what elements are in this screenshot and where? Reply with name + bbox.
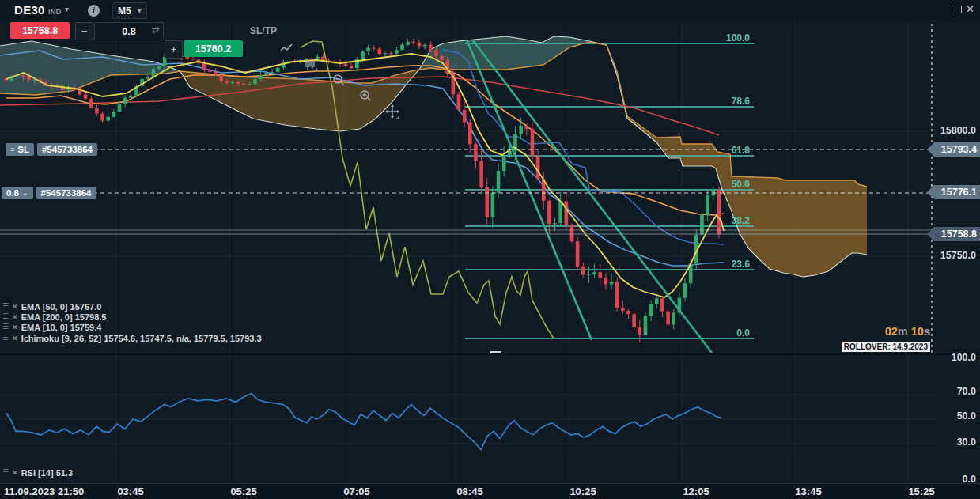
zoom-in-icon[interactable]: [358, 88, 373, 104]
timeframe-caret-icon: ▾: [138, 6, 142, 15]
legend-text: EMA [10, 0] 15759.4: [21, 323, 102, 332]
price-tick: 15800.0: [933, 125, 976, 136]
legend-row: ☰✕Ichimoku [9, 26, 52] 15754.6, 15747.5,…: [2, 333, 262, 343]
countdown-seconds: 10: [911, 325, 924, 338]
legend-text: RSI [14] 51.3: [21, 468, 73, 478]
time-tick: 08:45: [456, 486, 482, 497]
price-tick: 15750.0: [933, 250, 976, 261]
legend-close-icon[interactable]: ✕: [12, 313, 18, 321]
buy-button[interactable]: 15760.2: [184, 40, 243, 57]
trading-app-window: DE30 IND ▾ i M5 ▾ ✕ 15758.8 − 0.8 ⇄ + 15…: [0, 0, 980, 499]
candle-chart-type-icon[interactable]: [302, 56, 318, 72]
time-tick: 07:05: [343, 486, 369, 497]
time-tick: 12:05: [683, 486, 709, 497]
volume-value: 0.8: [122, 26, 135, 37]
position-entry-marker[interactable]: 0.8 ⌄ #545733864: [2, 187, 96, 199]
time-tick: 11.09.2023 21:50: [4, 486, 84, 497]
legend-text: EMA [200, 0] 15798.5: [21, 312, 107, 322]
time-tick: 03:45: [117, 486, 143, 497]
time-axis[interactable]: 11.09.2023 21:5003:4505:2507:0508:4510:2…: [0, 483, 980, 499]
volume-increase-button[interactable]: +: [165, 40, 183, 59]
time-tick: 05:25: [230, 486, 256, 497]
sl-tag-label: SL: [17, 145, 29, 154]
sltp-toggle[interactable]: SL/TP: [250, 25, 277, 36]
rsi-tick: 50.0: [933, 410, 976, 422]
line-chart-type-icon[interactable]: [278, 40, 294, 56]
drag-handle-icon: ≡: [10, 146, 14, 153]
countdown-minutes: 02: [885, 325, 898, 338]
timeframe-selector[interactable]: M5 ▾: [112, 2, 147, 19]
legend-close-icon[interactable]: ✕: [12, 335, 18, 342]
time-tick: 13:45: [795, 486, 821, 497]
legend-settings-icon[interactable]: ☰: [2, 302, 9, 311]
trade-toolbar: 15758.8 − 0.8 ⇄ + 15760.2 SL/TP: [0, 22, 554, 40]
fib-label: 0.0: [702, 327, 750, 338]
legend-text: Ichimoku [9, 26, 52] 15754.6, 15747.5, n…: [21, 334, 262, 343]
sell-button[interactable]: 15758.8: [10, 22, 70, 39]
fib-label: 100.0: [702, 32, 750, 43]
zoom-out-icon[interactable]: [331, 72, 346, 88]
sl-tag[interactable]: ≡ SL: [6, 143, 34, 156]
symbol-type-label: IND: [48, 7, 61, 16]
rsi-tick: 30.0: [933, 437, 976, 448]
close-icon[interactable]: ✕: [966, 3, 974, 15]
position-ticket-tag: #545733864: [36, 187, 96, 199]
fib-label: 61.8: [702, 145, 750, 156]
timeframe-value: M5: [118, 6, 131, 17]
legend-close-icon[interactable]: ✕: [12, 323, 18, 331]
legend-row: ☰✕EMA [10, 0] 15759.4: [2, 322, 101, 332]
legend-settings-icon[interactable]: ☰: [2, 334, 9, 342]
trend-line-2: [472, 40, 712, 353]
legend-text: EMA [50, 0] 15767.0: [21, 302, 102, 312]
countdown-s-unit: s: [924, 325, 930, 338]
rollover-badge: ROLLOVER: 14.9.2023: [791, 338, 930, 353]
rollover-badge-text: ROLLOVER: 14.9.2023: [842, 342, 930, 352]
price-axis-tag: 15758.8: [927, 227, 980, 241]
sl-ticket-tag: #545733864: [37, 143, 97, 156]
time-tick: 15:25: [908, 486, 934, 497]
legend-settings-icon[interactable]: ☰: [2, 312, 9, 321]
pane-resize-handle: [490, 351, 501, 353]
volume-mode-swap-icon[interactable]: ⇄: [152, 25, 160, 36]
fib-label: 78.6: [702, 96, 750, 107]
crosshair-pan-icon[interactable]: [384, 104, 400, 119]
price-axis-tag: 15776.1: [927, 185, 980, 199]
fib-label: 23.6: [702, 259, 750, 270]
rsi-tick: 100.0: [933, 352, 976, 363]
position-caret-icon: ⌄: [22, 189, 28, 197]
legend-settings-icon[interactable]: ☰: [2, 323, 9, 331]
fib-label: 38.2: [702, 215, 750, 226]
volume-decrease-button[interactable]: −: [75, 22, 93, 40]
rsi-tick: 70.0: [933, 386, 976, 397]
legend-row: ☰✕EMA [200, 0] 15798.5: [2, 312, 106, 322]
position-volume-value: 0.8: [6, 188, 19, 198]
legend-row-rsi: ☰✕RSI [14] 51.3: [2, 467, 73, 478]
legend-row: ☰✕EMA [50, 0] 15767.0: [2, 301, 101, 312]
fib-label: 50.0: [702, 179, 750, 190]
rollover-countdown: 02m 10s: [823, 325, 930, 338]
stop-loss-marker[interactable]: ≡ SL #545733864: [6, 143, 97, 156]
symbol-caret-icon[interactable]: ▾: [65, 5, 69, 13]
legend-close-icon[interactable]: ✕: [12, 303, 18, 311]
chart-header: DE30 IND ▾ i M5 ▾ ✕: [0, 0, 980, 21]
info-icon[interactable]: i: [88, 5, 100, 17]
legend-settings-icon[interactable]: ☰: [2, 468, 9, 477]
rsi-line: [6, 394, 721, 450]
price-axis-tag: 15793.4: [927, 142, 980, 157]
position-volume-tag[interactable]: 0.8 ⌄: [2, 187, 33, 199]
volume-input[interactable]: 0.8 ⇄: [94, 22, 164, 40]
maximize-icon[interactable]: [952, 6, 962, 13]
symbol-name[interactable]: DE30: [14, 3, 45, 17]
countdown-m-unit: m: [898, 325, 911, 338]
time-tick: 10:25: [569, 486, 596, 497]
price-chart[interactable]: [0, 0, 980, 499]
legend-close-icon[interactable]: ✕: [12, 469, 18, 477]
kumo-bear-right: [607, 45, 867, 277]
